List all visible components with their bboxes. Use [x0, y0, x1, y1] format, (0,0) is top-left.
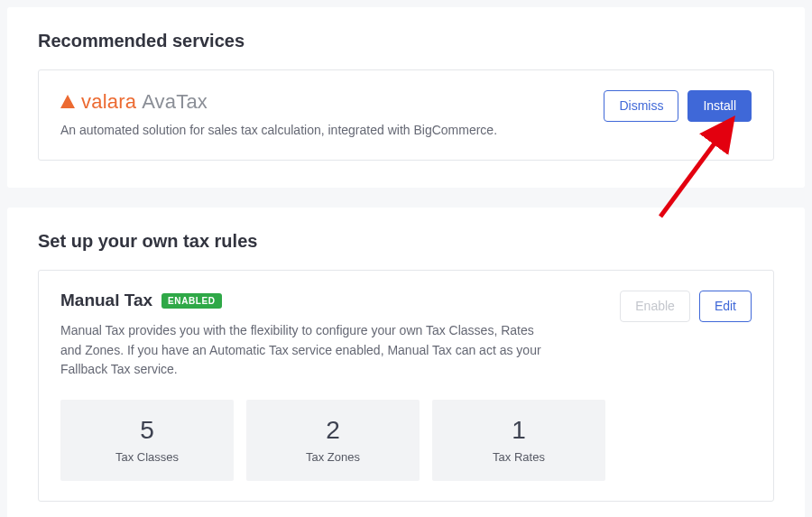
avalara-triangle-icon — [60, 90, 76, 114]
manual-tax-name: Manual Tax — [60, 291, 152, 310]
stat-value: 5 — [140, 418, 154, 443]
enable-button: Enable — [620, 291, 690, 322]
stat-value: 2 — [326, 418, 340, 443]
stat-label: Tax Classes — [115, 450, 179, 464]
enabled-badge: ENABLED — [161, 293, 222, 309]
avalara-avatax-logo: valara AvaTax — [60, 90, 586, 114]
avalara-brand-text: valara — [81, 90, 136, 114]
stat-label: Tax Zones — [306, 450, 360, 464]
own-tax-rules-panel: Set up your own tax rules Manual Tax ENA… — [7, 208, 805, 517]
manual-tax-card: Manual Tax ENABLED Manual Tax provides y… — [38, 270, 774, 502]
dismiss-button[interactable]: Dismiss — [604, 90, 678, 122]
avalara-description: An automated solution for sales tax calc… — [60, 121, 586, 140]
recommended-services-panel: Recommended services valara AvaTax An au… — [7, 7, 805, 188]
stat-label: Tax Rates — [493, 450, 545, 464]
manual-tax-stats: 5 Tax Classes 2 Tax Zones 1 Tax Rates — [60, 400, 752, 481]
stat-value: 1 — [512, 418, 526, 443]
recommended-services-title: Recommended services — [38, 31, 774, 51]
avalara-info: valara AvaTax An automated solution for … — [60, 90, 586, 140]
stat-tax-classes: 5 Tax Classes — [60, 400, 234, 481]
own-tax-rules-title: Set up your own tax rules — [38, 231, 774, 252]
stat-tax-rates: 1 Tax Rates — [432, 400, 605, 481]
manual-tax-description: Manual Tax provides you with the flexibi… — [60, 321, 548, 380]
install-button[interactable]: Install — [687, 90, 752, 122]
avatax-brand-text: AvaTax — [142, 90, 208, 114]
avalara-service-card: valara AvaTax An automated solution for … — [38, 69, 774, 161]
edit-button[interactable]: Edit — [699, 291, 752, 322]
stat-tax-zones: 2 Tax Zones — [246, 400, 420, 481]
